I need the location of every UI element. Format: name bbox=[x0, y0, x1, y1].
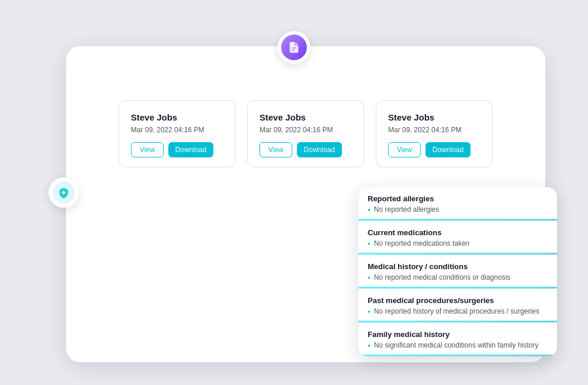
records-row: Steve Jobs Mar 09, 2022 04:16 PM View Do… bbox=[89, 100, 522, 167]
health-section-title-3: Past medical procedures/surgeries bbox=[368, 296, 548, 305]
view-button-0[interactable]: View bbox=[131, 142, 164, 157]
record-name-2: Steve Jobs bbox=[388, 112, 480, 122]
record-name-1: Steve Jobs bbox=[260, 112, 352, 122]
download-button-1[interactable]: Download bbox=[297, 142, 342, 157]
record-date-1: Mar 09, 2022 04:16 PM bbox=[260, 126, 352, 134]
record-actions-1: View Download bbox=[260, 142, 352, 157]
download-button-2[interactable]: Download bbox=[426, 142, 471, 157]
record-card-2: Steve Jobs Mar 09, 2022 04:16 PM View Do… bbox=[376, 100, 493, 167]
record-actions-2: View Download bbox=[388, 142, 480, 157]
health-panel: Reported allergies No reported allergies… bbox=[358, 187, 557, 356]
health-section-title-4: Family medical history bbox=[368, 330, 548, 339]
health-section-0: Reported allergies No reported allergies bbox=[358, 187, 557, 221]
left-shield-badge bbox=[49, 177, 79, 208]
health-section-value-0: No reported allergies bbox=[368, 205, 548, 214]
record-card-0: Steve Jobs Mar 09, 2022 04:16 PM View Do… bbox=[119, 100, 236, 167]
health-section-value-2: No reported medical conditions or diagno… bbox=[368, 273, 548, 281]
view-button-2[interactable]: View bbox=[388, 142, 421, 157]
scene: Steve Jobs Mar 09, 2022 04:16 PM View Do… bbox=[43, 23, 545, 362]
top-badge bbox=[278, 31, 310, 64]
health-section-1: Current medications No reported medicati… bbox=[358, 221, 557, 255]
record-date-2: Mar 09, 2022 04:16 PM bbox=[388, 126, 480, 134]
health-section-3: Past medical procedures/surgeries No rep… bbox=[358, 289, 557, 323]
health-section-title-2: Medical history / conditions bbox=[368, 262, 548, 271]
download-button-0[interactable]: Download bbox=[168, 142, 213, 157]
health-section-title-1: Current medications bbox=[368, 228, 548, 237]
record-name-0: Steve Jobs bbox=[131, 112, 223, 122]
health-section-value-1: No reported medications taken bbox=[368, 239, 548, 248]
health-section-2: Medical history / conditions No reported… bbox=[358, 255, 557, 289]
record-actions-0: View Download bbox=[131, 142, 223, 157]
record-card-1: Steve Jobs Mar 09, 2022 04:16 PM View Do… bbox=[247, 100, 364, 167]
health-section-value-4: No significant medical conditions within… bbox=[368, 341, 548, 349]
health-section-value-3: No reported history of medical procedure… bbox=[368, 307, 548, 315]
view-button-1[interactable]: View bbox=[260, 142, 292, 157]
shield-icon bbox=[53, 181, 75, 204]
health-section-4: Family medical history No significant me… bbox=[358, 323, 557, 356]
record-date-0: Mar 09, 2022 04:16 PM bbox=[131, 126, 223, 134]
document-icon bbox=[281, 35, 307, 60]
health-section-title-0: Reported allergies bbox=[368, 194, 548, 203]
